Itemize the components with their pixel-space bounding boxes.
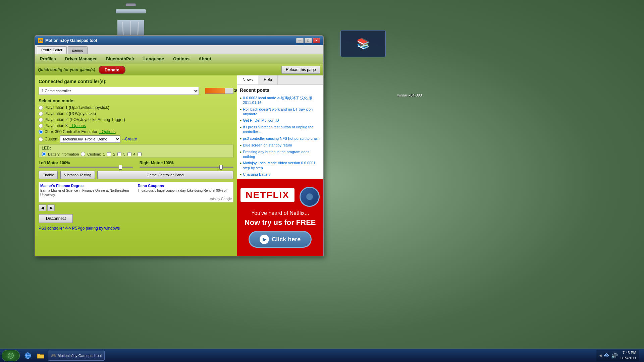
start-button[interactable] [2, 350, 20, 361]
post-item-8: • Charging Battery [240, 172, 320, 177]
ps3-pairing-link[interactable]: PS3 controller <-> PSPgo pairing by wind… [39, 226, 120, 231]
mode-ps2: Playstation 2 (POV,joysticks) [39, 111, 233, 116]
motor-section: Left Motor:100% Right Motor:100% [39, 161, 233, 168]
post-link-8[interactable]: Charging Battery [243, 172, 271, 177]
led-section: LED: Battery information Custom: 1 2 3 4 [39, 144, 233, 158]
winrar-label: winrar-x64-393 [397, 93, 422, 97]
trash-handle [126, 3, 136, 6]
app-taskbar-button[interactable]: 🎮 MotioninJoy Gamepad tool [48, 351, 105, 361]
ad1-link[interactable]: Master's Finance Degree [40, 184, 135, 188]
mode-ps2prime-radio[interactable] [39, 118, 43, 122]
post-link-1[interactable]: Roll back doesn't work and no BT tray ic… [243, 107, 320, 117]
svg-point-9 [606, 357, 607, 358]
mode-ps1: Playstation 1 (Dpad,without joystick) [39, 105, 233, 110]
right-motor-slider[interactable] [140, 167, 234, 168]
netflix-cta: Now try us for FREE [245, 218, 316, 227]
post-link-7[interactable]: Motiojoy Local Mode Video version 0.6.00… [243, 161, 320, 170]
mode-ps3: Playstation 3 --Options [39, 123, 233, 128]
vibration-button[interactable]: Vibration Testing [60, 171, 95, 179]
reload-button[interactable]: Reload this page [281, 66, 320, 74]
led-num-4: 4 [133, 152, 136, 156]
led-battery-radio[interactable] [42, 152, 46, 156]
system-tray: ◀ 🔊 7:43 PM 1/15/2011 [596, 350, 639, 361]
post-link-3[interactable]: If I press Vibration test button or unpl… [243, 125, 320, 134]
post-link-0[interactable]: 0.6.0003 local mode 本地离线补丁 汉化 版 2011.01.… [243, 96, 320, 105]
led-checkbox-1[interactable] [107, 152, 111, 156]
disconnect-button[interactable]: Disconnect [39, 214, 73, 223]
left-motor-label: Left Motor:100% [39, 161, 133, 165]
ad2-link[interactable]: Reno Coupons [138, 184, 232, 188]
netflix-ad[interactable]: NETFLIX You've heard of Netflix... Now t… [237, 179, 323, 256]
battery-bar [205, 88, 233, 94]
news-content: Recent posts • 0.6.0003 local mode 本地离线补… [237, 85, 323, 179]
tab-profile-editor[interactable]: Profile Editor [37, 46, 67, 54]
ie-icon[interactable] [22, 350, 33, 361]
menu-bluetooth-pair[interactable]: BluetoothPair [104, 55, 136, 62]
mode-ps2-radio[interactable] [39, 112, 43, 116]
netflix-tagline: You've heard of Netflix... [251, 210, 309, 216]
taskbar: 🎮 MotioninJoy Gamepad tool ◀ 🔊 7:43 PM 1… [0, 349, 644, 362]
led-checkbox-2[interactable] [117, 152, 121, 156]
svg-point-5 [10, 355, 11, 356]
post-item-7: • Motiojoy Local Mode Video version 0.6.… [240, 161, 320, 170]
window-title: MotioninJoy Gamepad tool [45, 38, 296, 43]
volume-icon: 🔊 [611, 352, 618, 359]
custom-profile-dropdown[interactable]: MotioninJoy_Profile_Demo [60, 135, 120, 143]
tray-arrow[interactable]: ◀ [599, 354, 602, 357]
led-checkbox-3[interactable] [127, 152, 131, 156]
bullet-5: • [240, 143, 241, 148]
post-item-5: • Blue screen on standby return [240, 143, 320, 148]
xbox360-options-link[interactable]: --Options [99, 129, 115, 134]
netflix-click-here[interactable]: ▶ Click here [249, 231, 312, 248]
books-icon: 📚 [357, 37, 370, 50]
clock-time: 7:43 PM [620, 350, 636, 355]
prev-arrow[interactable]: ◀ [39, 204, 46, 211]
tab-bar: Profile Editor pairing [35, 45, 323, 54]
bullet-2: • [240, 118, 241, 123]
action-button-row: Enable Vibration Testing Game Controller… [39, 171, 233, 179]
disc-center [306, 193, 313, 200]
content-area: Connected game controller(s): 1.Game con… [35, 75, 323, 256]
folder-icon[interactable] [35, 350, 46, 361]
menu-language[interactable]: Language [142, 55, 166, 62]
enable-button[interactable]: Enable [39, 171, 58, 179]
battery-percent: 100% [234, 88, 237, 93]
minimize-button[interactable]: — [296, 38, 304, 43]
menu-options[interactable]: Options [171, 55, 192, 62]
tab-news[interactable]: News [237, 75, 258, 84]
mode-custom-radio[interactable] [39, 137, 43, 141]
app-icon: 🎮 [38, 38, 43, 43]
donate-button[interactable]: Donate [99, 66, 125, 74]
led-checkbox-4[interactable] [138, 152, 142, 156]
post-link-5[interactable]: Blue screen on standby return [243, 143, 292, 148]
controller-dropdown[interactable]: 1.Game controller [39, 87, 199, 95]
menu-driver-manager[interactable]: Driver Manager [63, 55, 99, 62]
ps3-options-link[interactable]: --Options [69, 123, 86, 128]
tab-help[interactable]: Help [258, 75, 278, 84]
led-title: LED: [42, 146, 230, 150]
mode-ps1-radio[interactable] [39, 106, 43, 110]
bullet-3: • [240, 125, 241, 134]
next-arrow[interactable]: ▶ [47, 204, 55, 211]
desktop: 📚 winrar-x64-393 🎮 MotioninJoy Gamepad t… [0, 0, 644, 362]
create-link[interactable]: --Create [122, 137, 137, 141]
game-controller-panel-button[interactable]: Game Controller Panel [97, 171, 233, 179]
netflix-logo: NETFLIX [240, 188, 294, 202]
mode-ps3-radio[interactable] [39, 124, 43, 128]
post-link-2[interactable]: Get Hi-Def MJ Icon :D [243, 118, 279, 123]
bullet-7: • [240, 161, 241, 170]
left-motor-slider[interactable] [39, 167, 133, 168]
post-link-6[interactable]: Pressing any button in the program does … [243, 149, 320, 159]
clock: 7:43 PM 1/15/2011 [620, 350, 636, 361]
close-button[interactable]: ✕ [313, 38, 320, 43]
menu-profiles[interactable]: Profiles [38, 55, 58, 62]
mode-xbox360-radio[interactable] [39, 130, 43, 134]
post-item-2: • Get Hi-Def MJ Icon :D [240, 118, 320, 123]
menu-about[interactable]: About [197, 55, 213, 62]
post-link-4[interactable]: ps3 controller causing NFS hot pursuit t… [243, 136, 320, 141]
maximize-button[interactable]: □ [305, 38, 312, 43]
tab-pairing[interactable]: pairing [68, 46, 88, 54]
left-motor-thumb [119, 165, 122, 170]
nav-arrows: ◀ ▶ [39, 204, 233, 211]
led-custom-radio[interactable] [81, 152, 85, 156]
